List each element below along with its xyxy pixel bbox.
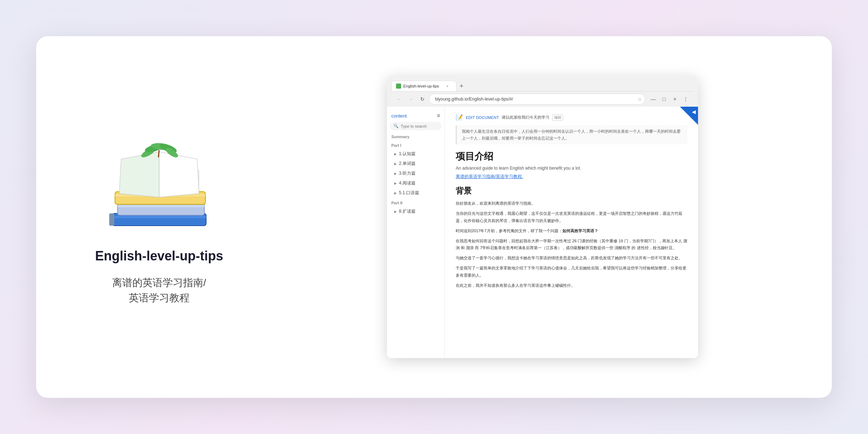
svg-rect-3 xyxy=(118,205,204,207)
sidebar-arrow-icon: ▶ xyxy=(394,162,397,166)
edit-doc-link[interactable]: EDIT DOCUMENT xyxy=(466,115,499,120)
browser-nav-actions: — □ × ⋮ xyxy=(648,94,691,104)
minimize-button[interactable]: — xyxy=(648,94,658,104)
app-title: English-level-up-tips xyxy=(95,248,223,264)
more-button[interactable]: ⋮ xyxy=(681,94,691,104)
body-para-1: 你好朋友从，欢迎来到离谱的英语学习指南。 xyxy=(456,200,687,207)
sidebar-item-3[interactable]: ▶ 3.听力篇 xyxy=(387,169,444,178)
sidebar-arrow-icon: ▶ xyxy=(394,191,397,195)
back-button[interactable]: ← xyxy=(394,94,404,104)
section-title-2: 背景 xyxy=(456,186,687,196)
sidebar-header: content ≡ xyxy=(387,111,444,122)
sidebar-search[interactable]: 🔍 xyxy=(390,122,442,130)
browser-tabs: English-level-up-tips × + xyxy=(391,79,694,91)
sidebar-item-label-1: 1.认知篇 xyxy=(399,151,416,157)
sidebar-item-2[interactable]: ▶ 2.单词篇 xyxy=(387,159,444,169)
edit-badge: 编辑 xyxy=(552,114,563,121)
corner-ribbon-arrow: ◀ xyxy=(692,109,696,115)
sidebar: content ≡ 🔍 Summary Part I ▶ 1.认知篇 ▶ xyxy=(387,107,445,358)
sidebar-item-1[interactable]: ▶ 1.认知篇 xyxy=(387,149,444,159)
address-text: biyoung.github.io/English-level-up-tips/… xyxy=(435,97,513,102)
sidebar-arrow-icon: ▶ xyxy=(394,172,397,175)
address-bar[interactable]: biyoung.github.io/English-level-up-tips/… xyxy=(429,94,645,105)
bold-text: 如何高效学习英语？ xyxy=(562,229,598,233)
sidebar-item-label-4: 4.阅读篇 xyxy=(399,180,416,186)
body-para-3: 时间追到2017年7月初，参考托葡的文件，研了我一个问题：如何高效学习英语？ xyxy=(456,227,687,235)
sidebar-arrow-icon: ▶ xyxy=(394,210,397,213)
new-tab-button[interactable]: + xyxy=(456,81,467,91)
svg-rect-1 xyxy=(112,216,206,218)
sidebar-arrow-icon: ▶ xyxy=(394,182,397,185)
sidebar-menu-icon[interactable]: ≡ xyxy=(437,112,440,119)
sidebar-item-label-2: 2.单词篇 xyxy=(399,161,416,167)
body-para-2: 当你的目光与这些文字相遇，我愿心期望，这不仅仅是一次攻克英语的漫远征程，更是一场… xyxy=(456,210,687,225)
section-title-1: 项目介绍 xyxy=(456,150,687,163)
sidebar-item-label-5: 5.1.口语篇 xyxy=(399,190,419,196)
tab-title: English-level-up-tips xyxy=(403,84,439,88)
main-card: English-level-up-tips 离谱的英语学习指南/ 英语学习教程 … xyxy=(36,36,832,398)
sidebar-item-label-3: 3.听力篇 xyxy=(399,170,416,176)
sidebar-item-label-6: 8.扩读篇 xyxy=(399,208,416,214)
left-panel: English-level-up-tips 离谱的英语学习指南/ 英语学习教程 xyxy=(65,128,253,306)
sidebar-section-part1: Part I xyxy=(387,142,444,149)
close-button[interactable]: × xyxy=(670,94,680,104)
right-panel: English-level-up-tips × + ← → ↻ biyoung.… xyxy=(282,76,803,358)
browser-window: English-level-up-tips × + ← → ↻ biyoung.… xyxy=(387,76,698,358)
main-content: ◀ 📝 EDIT DOCUMENT 请以此派给我们今天的学习 编辑 我相个人最生… xyxy=(445,107,698,358)
refresh-button[interactable]: ↻ xyxy=(417,94,427,104)
tab-favicon xyxy=(396,84,401,89)
restore-button[interactable]: □ xyxy=(659,94,669,104)
sidebar-arrow-icon: ▶ xyxy=(394,152,397,156)
bookmark-star-icon[interactable]: ☆ xyxy=(638,97,642,102)
browser-nav: ← → ↻ biyoung.github.io/English-level-up… xyxy=(391,91,694,107)
browser-tab-active[interactable]: English-level-up-tips × xyxy=(391,81,456,91)
body-para-5: 与她交道了一套学习心德行，我想这卡她在学习英语的情愤意思是如此之高，距斯也发现了… xyxy=(456,255,687,262)
edit-bar: 📝 EDIT DOCUMENT 请以此派给我们今天的学习 编辑 xyxy=(456,114,687,121)
sidebar-title: content xyxy=(391,113,407,119)
search-icon: 🔍 xyxy=(393,124,399,128)
sidebar-item-5[interactable]: ▶ 5.1.口语篇 xyxy=(387,188,444,198)
browser-content: content ≡ 🔍 Summary Part I ▶ 1.认知篇 ▶ xyxy=(387,107,698,358)
body-para-7: 在此之前，我并不知道执有那么多人在学习英语这件事上键磁性什。 xyxy=(456,282,687,289)
section-link[interactable]: 离谱的英语学习指南/英语学习教程. xyxy=(456,174,687,180)
sidebar-item-4[interactable]: ▶ 4.阅读篇 xyxy=(387,178,444,188)
section-subtitle: An advanced guide to learn English which… xyxy=(456,166,687,171)
browser-toolbar: English-level-up-tips × + ← → ↻ biyoung.… xyxy=(387,76,698,107)
svg-rect-18 xyxy=(109,213,114,226)
tab-close-button[interactable]: × xyxy=(444,83,450,89)
edit-doc-label: 请以此派给我们今天的学习 xyxy=(502,115,549,120)
quote-text: 我相个人最生活在各自日俭克中，人们会用一分钟的时间去认识一个人，用一小时的时间去… xyxy=(462,128,682,141)
edit-icon: 📝 xyxy=(456,114,463,121)
book-illustration xyxy=(101,128,217,237)
sidebar-section-summary: Summary xyxy=(387,133,444,140)
app-subtitle: 离谱的英语学习指南/ 英语学习教程 xyxy=(112,275,206,306)
sidebar-item-6[interactable]: ▶ 8.扩读篇 xyxy=(387,207,444,216)
body-para-4: 在我思考如何回答这个问题时，回想起我在大荞一学期一次性考过 26 门课的经验（其… xyxy=(456,238,687,252)
sidebar-search-input[interactable] xyxy=(401,124,445,128)
sidebar-section-part2: Part II xyxy=(387,199,444,207)
body-para-6: 于是我写了一篇简单的文章零散地介绍了下学习英语的心债体会，几天后她给后我，希望我… xyxy=(456,265,687,279)
quote-block: 我相个人最生活在各自日俭克中，人们会用一分钟的时间去认识一个人，用一小时的时间去… xyxy=(456,125,687,144)
forward-button[interactable]: → xyxy=(406,94,416,104)
svg-line-17 xyxy=(158,150,159,157)
